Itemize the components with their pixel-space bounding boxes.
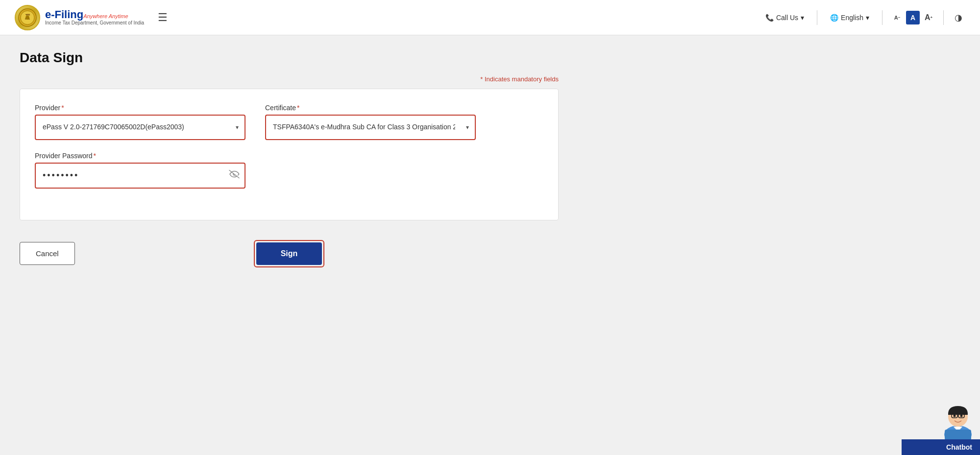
certificate-select-wrapper: TSFPA6340A's e-Mudhra Sub CA for Class 3…: [265, 115, 476, 140]
sign-button[interactable]: Sign: [256, 242, 322, 265]
contrast-button[interactable]: ◑: [952, 11, 965, 24]
font-decrease-button[interactable]: A −: [890, 11, 904, 24]
password-wrapper: [35, 163, 245, 189]
svg-point-8: [960, 415, 963, 417]
provider-certificate-row: Provider* ePass V 2.0-271769C70065002D(e…: [35, 104, 543, 140]
header-divider-3: [943, 10, 944, 25]
globe-icon: 🌐: [830, 14, 838, 22]
svg-point-4: [25, 16, 29, 20]
provider-select-wrapper: ePass V 2.0-271769C70065002D(ePass2003) …: [35, 115, 245, 140]
toggle-password-icon[interactable]: [229, 170, 240, 181]
font-increase-button[interactable]: A +: [922, 11, 935, 24]
hamburger-menu-icon[interactable]: ☰: [158, 11, 168, 24]
header: भारत INDIA e-FilingAnywhere Anytime Inco…: [0, 0, 980, 35]
certificate-select[interactable]: TSFPA6340A's e-Mudhra Sub CA for Class 3…: [265, 115, 476, 140]
call-us-chevron-icon: ▾: [801, 14, 804, 22]
logo-efiling: e-FilingAnywhere Anytime: [45, 9, 144, 20]
font-normal-button[interactable]: A: [906, 11, 920, 24]
chatbot-widget[interactable]: Chatbot: [902, 401, 980, 455]
header-left: भारत INDIA e-FilingAnywhere Anytime Inco…: [15, 5, 168, 30]
buttons-row: Cancel Sign: [20, 240, 559, 267]
language-button[interactable]: 🌐 English ▾: [825, 11, 874, 24]
certificate-label: Certificate*: [265, 104, 476, 112]
call-us-button[interactable]: 📞 Call Us ▾: [760, 11, 809, 24]
header-right: 📞 Call Us ▾ 🌐 English ▾ A − A A + ◑: [760, 10, 965, 25]
language-chevron-icon: ▾: [866, 14, 869, 22]
provider-group: Provider* ePass V 2.0-271769C70065002D(e…: [35, 104, 245, 140]
form-card: Provider* ePass V 2.0-271769C70065002D(e…: [20, 89, 559, 220]
logo-text: e-FilingAnywhere Anytime Income Tax Depa…: [45, 9, 144, 25]
sign-button-wrapper: Sign: [254, 240, 325, 267]
svg-rect-12: [945, 430, 971, 440]
certificate-group: Certificate* TSFPA6340A's e-Mudhra Sub C…: [265, 104, 476, 140]
mandatory-note: * Indicates mandatory fields: [20, 75, 559, 83]
chatbot-label[interactable]: Chatbot: [902, 439, 980, 455]
chatbot-avatar-icon: [941, 401, 975, 440]
page-title: Data Sign: [20, 50, 568, 66]
font-controls: A − A A +: [890, 11, 935, 24]
phone-icon: 📞: [765, 14, 774, 22]
provider-select[interactable]: ePass V 2.0-271769C70065002D(ePass2003): [35, 115, 245, 140]
header-divider-1: [817, 10, 817, 25]
password-label: Provider Password*: [35, 152, 245, 160]
cancel-button[interactable]: Cancel: [20, 242, 75, 265]
logo-area: भारत INDIA e-FilingAnywhere Anytime Inco…: [15, 5, 144, 30]
svg-point-7: [954, 415, 956, 417]
logo-subtitle: Income Tax Department, Government of Ind…: [45, 20, 144, 25]
main-content: Data Sign * Indicates mandatory fields P…: [0, 35, 588, 287]
password-input[interactable]: [35, 163, 245, 189]
provider-label: Provider*: [35, 104, 245, 112]
password-group: Provider Password*: [35, 152, 245, 189]
government-emblem: भारत INDIA: [15, 5, 40, 30]
header-divider-2: [882, 10, 882, 25]
password-row: Provider Password*: [35, 152, 543, 189]
